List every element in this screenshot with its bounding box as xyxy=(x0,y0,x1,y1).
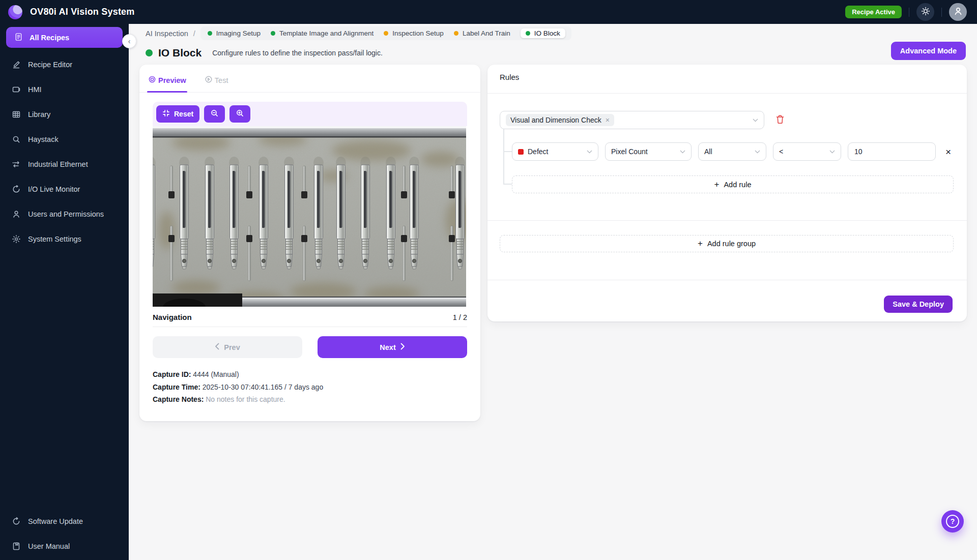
threshold-input[interactable] xyxy=(848,142,936,161)
navigation-header: Navigation 1 / 2 xyxy=(153,313,467,321)
status-dot-icon xyxy=(526,31,530,36)
main-content: AI Inspection / Imaging Setup Template I… xyxy=(129,24,977,560)
capture-image[interactable] xyxy=(153,126,466,307)
rule-group-tag: Visual and Dimension Check × xyxy=(506,114,614,126)
page-header: IO Block Configure rules to define the i… xyxy=(146,47,383,59)
sidebar-item-industrial-ethernet[interactable]: Industrial Ethernet xyxy=(0,152,129,176)
sidebar-collapse-button[interactable]: ‹ xyxy=(122,34,136,48)
remove-tag-icon[interactable]: × xyxy=(606,116,610,124)
step-io-block[interactable]: IO Block xyxy=(521,28,565,38)
capture-info: Capture ID: 4444 (Manual) Capture Time: … xyxy=(153,368,467,406)
advanced-mode-button[interactable]: Advanced Mode xyxy=(891,42,966,60)
sidebar-item-library[interactable]: Library xyxy=(0,102,129,127)
table-icon xyxy=(11,110,21,119)
user-icon xyxy=(11,210,21,219)
viewer-toolbar: Reset xyxy=(153,102,467,126)
app-logo xyxy=(8,5,22,19)
page-title: IO Block xyxy=(158,47,202,59)
plus-icon: + xyxy=(714,180,720,190)
tree-connector xyxy=(503,184,512,185)
add-rule-button[interactable]: + Add rule xyxy=(512,175,954,193)
chevron-right-icon xyxy=(400,343,405,351)
step-template-image-alignment[interactable]: Template Image and Alignment xyxy=(271,30,373,37)
divider xyxy=(487,93,967,94)
status-dot-icon xyxy=(454,31,458,36)
help-button[interactable]: ? xyxy=(941,510,964,533)
sidebar-item-system-settings[interactable]: System Settings xyxy=(0,226,129,251)
sidebar-item-haystack[interactable]: Haystack xyxy=(0,127,129,152)
workflow-steps: Imaging Setup Template Image and Alignme… xyxy=(200,26,571,40)
zoom-out-icon xyxy=(210,109,219,119)
delete-group-button[interactable] xyxy=(775,114,785,126)
user-avatar-button[interactable] xyxy=(949,3,967,21)
theme-toggle-button[interactable] xyxy=(916,3,934,21)
status-dot-icon xyxy=(384,31,388,36)
refresh-icon xyxy=(11,517,21,526)
metric-select[interactable]: Pixel Count xyxy=(605,142,692,161)
chevron-left-icon xyxy=(215,343,219,351)
sidebar-item-users-permissions[interactable]: Users and Permissions xyxy=(0,201,129,226)
tab-test[interactable]: Test xyxy=(205,75,228,92)
page-indicator: 1 / 2 xyxy=(453,313,467,321)
defect-class-select[interactable]: Defect xyxy=(512,142,598,161)
trash-icon xyxy=(775,119,785,126)
sidebar-footer: Software Update User Manual xyxy=(0,509,129,558)
add-rule-group-button[interactable]: + Add rule group xyxy=(500,235,954,252)
pencil-icon xyxy=(11,60,21,69)
breadcrumb: AI Inspection / Imaging Setup Template I… xyxy=(146,26,571,40)
ethernet-arrows-icon xyxy=(11,160,21,169)
sidebar: All Recipes Recipe Editor HMI xyxy=(0,24,129,560)
navigation-label: Navigation xyxy=(153,313,192,321)
tree-connector xyxy=(503,151,512,152)
divider xyxy=(487,220,967,221)
app-window: OV80i AI Vision System Recipe Active xyxy=(0,0,977,560)
rule-group-select[interactable]: Visual and Dimension Check × xyxy=(500,111,764,129)
topbar-divider xyxy=(941,8,942,17)
search-icon xyxy=(11,135,21,144)
scope-select[interactable]: All xyxy=(698,142,766,161)
status-dot-icon xyxy=(271,31,275,36)
capture-id-line: Capture ID: 4444 (Manual) xyxy=(153,368,467,381)
page-status-dot-icon xyxy=(146,49,153,56)
divider xyxy=(487,280,967,280)
step-label-and-train[interactable]: Label And Train xyxy=(454,30,510,37)
sidebar-item-io-live-monitor[interactable]: I/O Live Monitor xyxy=(0,176,129,201)
plus-icon: + xyxy=(698,239,703,249)
remove-rule-button[interactable]: × xyxy=(945,147,951,157)
zoom-out-button[interactable] xyxy=(204,105,225,123)
navigation-buttons: Prev Next xyxy=(153,336,467,358)
status-dot-icon xyxy=(208,31,212,36)
sidebar-item-recipe-editor[interactable]: Recipe Editor xyxy=(0,52,129,77)
chevron-down-icon xyxy=(753,119,758,122)
topbar-divider xyxy=(909,8,909,17)
step-imaging-setup[interactable]: Imaging Setup xyxy=(208,30,261,37)
live-monitor-icon xyxy=(11,185,21,194)
sidebar-item-all-recipes[interactable]: All Recipes xyxy=(6,27,123,48)
step-inspection-setup[interactable]: Inspection Setup xyxy=(384,30,444,37)
breadcrumb-root[interactable]: AI Inspection xyxy=(146,30,188,38)
topbar: OV80i AI Vision System Recipe Active xyxy=(0,0,977,24)
tree-connector xyxy=(503,129,504,184)
preview-panel: Preview Test xyxy=(139,65,480,421)
help-icon: ? xyxy=(946,515,959,528)
tab-preview[interactable]: Preview xyxy=(148,75,186,92)
sidebar-item-hmi[interactable]: HMI xyxy=(0,77,129,102)
breadcrumb-separator: / xyxy=(193,30,195,38)
operator-select[interactable]: < xyxy=(773,142,841,161)
fit-view-icon xyxy=(162,109,170,119)
save-deploy-button[interactable]: Save & Deploy xyxy=(884,296,953,313)
sidebar-item-software-update[interactable]: Software Update xyxy=(0,509,129,534)
play-circle-icon xyxy=(205,75,213,85)
app-title: OV80i AI Vision System xyxy=(30,7,135,17)
sidebar-item-user-manual[interactable]: User Manual xyxy=(0,534,129,558)
chevron-down-icon xyxy=(587,150,592,154)
next-button[interactable]: Next xyxy=(318,336,467,358)
reset-view-button[interactable]: Reset xyxy=(156,105,199,123)
chevron-left-icon: ‹ xyxy=(128,37,131,45)
rule-row: Defect Pixel Count All xyxy=(512,142,951,161)
preview-tabs: Preview Test xyxy=(139,65,480,93)
chevron-down-icon xyxy=(829,150,835,154)
capture-notes-line: Capture Notes: No notes for this capture… xyxy=(153,393,467,406)
zoom-in-button[interactable] xyxy=(229,105,250,123)
prev-button[interactable]: Prev xyxy=(153,336,302,358)
